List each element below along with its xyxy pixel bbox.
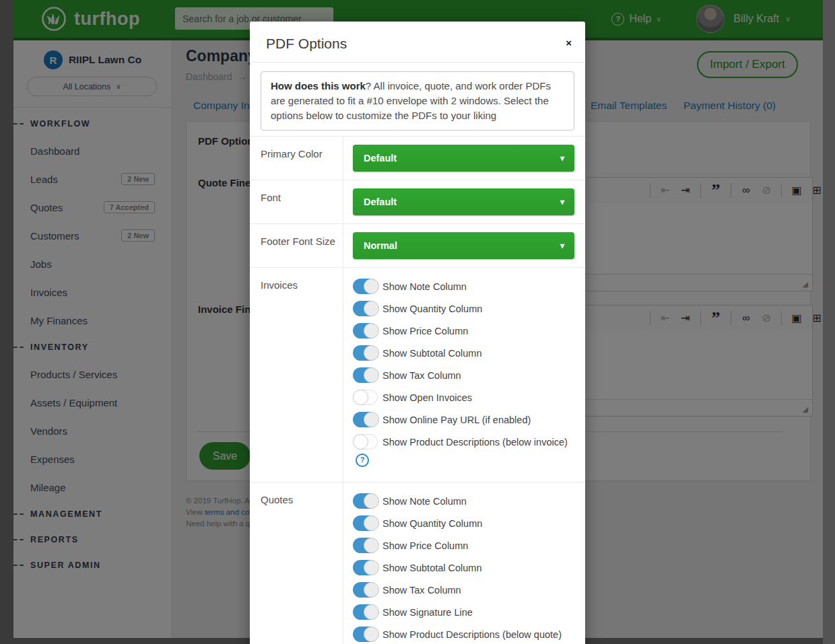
help-circle-icon[interactable]: ? (356, 454, 369, 467)
toggle-switch[interactable] (353, 279, 378, 294)
dropdown-value: Default (364, 196, 397, 207)
toggle-switch[interactable] (353, 560, 378, 575)
toggle-label: Show Online Pay URL (if enabled) (382, 415, 531, 425)
toggle-label: Show Quantity Column (382, 303, 482, 314)
field-label: Invoices (250, 268, 343, 482)
toggle-row: Show Open Invoices (353, 390, 574, 405)
toggle-switch[interactable] (353, 301, 378, 316)
toggle-switch[interactable] (353, 390, 378, 405)
toggle-switch[interactable] (353, 538, 378, 553)
field-label: Primary Color (250, 137, 343, 180)
toggle-label: Show Open Invoices (382, 392, 472, 403)
dropdown-value: Normal (364, 240, 397, 251)
toggle-group: Show Note ColumnShow Quantity ColumnShow… (353, 276, 574, 467)
toggle-switch[interactable] (353, 323, 378, 338)
close-icon[interactable]: × (566, 38, 572, 48)
toggle-switch[interactable] (353, 434, 378, 450)
dropdown-value: Default (364, 153, 397, 164)
toggle-row: Show Tax Column (353, 367, 574, 383)
toggle-label: Show Tax Column (382, 370, 461, 381)
chevron-down-icon: ▾ (560, 153, 564, 163)
toggle-row: Show Online Pay URL (if enabled) (353, 412, 574, 427)
toggle-label: Show Subtotal Column (382, 563, 482, 573)
modal-field-row: Footer Font Size Normal ▾ (250, 224, 585, 268)
toggle-row: Show Subtotal Column (353, 345, 574, 361)
dropdown-select[interactable]: Default ▾ (353, 145, 574, 172)
toggle-row: Show Quantity Column (353, 301, 574, 316)
toggle-switch[interactable] (353, 367, 378, 383)
toggle-row: Show Product Descriptions (below quote)? (353, 627, 574, 644)
toggle-label: Show Quantity Column (382, 518, 482, 529)
chevron-down-icon: ▾ (560, 197, 564, 207)
toggle-label: Show Tax Column (382, 585, 461, 596)
modal-field-row: Quotes Show Note ColumnShow Quantity Col… (250, 482, 585, 644)
toggle-label: Show Product Descriptions (below invoice… (382, 437, 568, 448)
toggle-row: Show Price Column (353, 538, 574, 553)
field-label: Font (250, 180, 343, 223)
toggle-switch[interactable] (353, 627, 378, 642)
toggle-switch[interactable] (353, 515, 378, 531)
toggle-label: Show Price Column (382, 540, 468, 551)
toggle-switch[interactable] (353, 493, 378, 509)
toggle-group: Show Note ColumnShow Quantity ColumnShow… (353, 491, 574, 644)
toggle-row: Show Signature Line (353, 604, 574, 620)
modal-form: Primary Color Default ▾ Font Default ▾ (250, 136, 585, 644)
toggle-label: Show Note Column (382, 281, 467, 292)
modal-title: PDF Options (266, 36, 347, 51)
toggle-row: Show Subtotal Column (353, 560, 574, 575)
toggle-label: Show Product Descriptions (below quote) (382, 629, 562, 640)
toggle-row: Show Quantity Column (353, 515, 574, 531)
toggle-label: Show Price Column (382, 326, 468, 336)
toggle-row: Show Note Column (353, 279, 574, 294)
toggle-label: Show Subtotal Column (382, 348, 482, 359)
toggle-switch[interactable] (353, 582, 378, 598)
modal-field-row: Primary Color Default ▾ (250, 137, 585, 180)
toggle-label: Show Signature Line (382, 607, 473, 618)
intro-bold-text: How does this work (271, 80, 366, 92)
dropdown-select[interactable]: Normal ▾ (353, 232, 574, 259)
toggle-switch[interactable] (353, 345, 378, 361)
modal-field-row: Invoices Show Note ColumnShow Quantity C… (250, 268, 585, 482)
toggle-row: Show Tax Column (353, 582, 574, 598)
toggle-switch[interactable] (353, 412, 378, 427)
toggle-row: Show Price Column (353, 323, 574, 338)
toggle-switch[interactable] (353, 604, 378, 620)
toggle-row: Show Note Column (353, 493, 574, 509)
field-label: Footer Font Size (250, 224, 343, 267)
dropdown-select[interactable]: Default ▾ (353, 188, 574, 215)
modal-field-row: Font Default ▾ (250, 180, 585, 224)
toggle-label: Show Note Column (382, 496, 467, 507)
toggle-row: Show Product Descriptions (below invoice… (353, 434, 574, 467)
modal-intro-box: How does this work? All invoice, quote, … (261, 71, 574, 131)
field-label: Quotes (250, 482, 343, 644)
chevron-down-icon: ▾ (560, 241, 564, 250)
pdf-options-modal: PDF Options × How does this work? All in… (250, 22, 585, 644)
